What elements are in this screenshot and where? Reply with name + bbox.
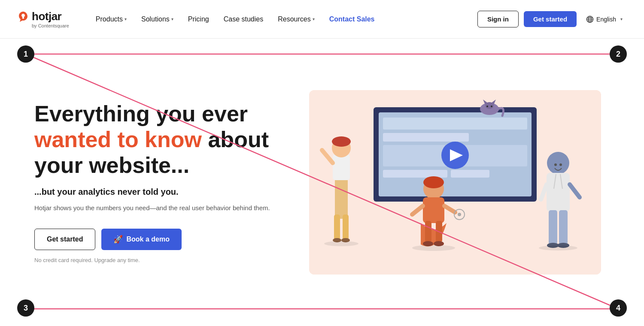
hero-left: Everything you ever wanted to know about… (34, 101, 275, 263)
svg-rect-25 (333, 154, 350, 180)
svg-rect-11 (383, 118, 527, 130)
logo-subtitle: by Contentsquare (32, 23, 69, 28)
nav-pricing[interactable]: Pricing (182, 12, 215, 27)
marker-2: 2 (610, 45, 627, 63)
hero-illustration (309, 90, 601, 275)
svg-rect-39 (436, 221, 442, 242)
nav-links: Products ▾ Solutions ▾ Pricing Case stud… (90, 12, 472, 27)
language-selector[interactable]: English ▾ (582, 13, 627, 26)
navbar: hotjar by Contentsquare Products ▾ Solut… (0, 0, 644, 39)
get-started-hero-button[interactable]: Get started (34, 229, 95, 250)
marker-1: 1 (17, 45, 34, 63)
nav-case-studies[interactable]: Case studies (218, 12, 270, 27)
get-started-nav-button[interactable]: Get started (524, 11, 577, 27)
resources-chevron-icon: ▾ (313, 17, 315, 21)
hero-note: No credit card required. Upgrade any tim… (34, 257, 275, 263)
nav-products[interactable]: Products ▾ (90, 12, 133, 27)
svg-point-34 (423, 176, 444, 188)
hero-buttons: Get started 🚀 Book a demo (34, 229, 275, 250)
solutions-chevron-icon: ▾ (171, 17, 173, 21)
main-content: Everything you ever wanted to know about… (0, 39, 644, 326)
hero-subtitle: ...but your analytics never told you. (34, 187, 275, 197)
svg-rect-35 (423, 197, 444, 223)
svg-rect-15 (451, 170, 489, 178)
rocket-icon: 🚀 (113, 235, 123, 244)
svg-rect-30 (343, 214, 349, 240)
svg-point-58 (539, 245, 577, 251)
logo-text: hotjar (32, 10, 61, 23)
svg-point-56 (324, 241, 358, 246)
svg-rect-29 (334, 214, 340, 240)
nav-actions: Sign in Get started English ▾ (477, 11, 627, 27)
logo[interactable]: hotjar by Contentsquare (17, 10, 69, 28)
svg-point-54 (554, 163, 557, 166)
svg-rect-38 (425, 221, 431, 242)
svg-point-57 (412, 245, 455, 251)
svg-point-55 (559, 163, 562, 166)
svg-rect-50 (549, 210, 557, 244)
marker-4: 4 (610, 299, 627, 317)
svg-point-44 (547, 152, 569, 174)
svg-point-23 (491, 106, 492, 107)
products-chevron-icon: ▾ (125, 17, 127, 21)
language-chevron-icon: ▾ (620, 17, 623, 21)
svg-point-22 (486, 106, 488, 107)
svg-rect-51 (559, 210, 568, 244)
nav-contact-sales[interactable]: Contact Sales (323, 12, 381, 27)
hero-title: Everything you ever wanted to know about… (34, 101, 275, 178)
book-demo-button[interactable]: 🚀 Book a demo (101, 229, 181, 250)
signin-button[interactable]: Sign in (477, 11, 519, 27)
svg-rect-14 (383, 170, 447, 178)
nav-resources[interactable]: Resources ▾ (272, 12, 320, 27)
svg-rect-45 (547, 173, 570, 211)
svg-rect-24 (335, 176, 348, 219)
globe-icon (586, 15, 594, 23)
svg-rect-12 (383, 133, 469, 142)
svg-point-43 (458, 213, 461, 216)
marker-3: 3 (17, 299, 34, 317)
svg-point-27 (332, 136, 351, 147)
hero-right (301, 90, 610, 275)
hero-description: Hotjar shows you the numbers you need—an… (34, 203, 275, 213)
nav-solutions[interactable]: Solutions ▾ (135, 12, 179, 27)
illustration-svg (309, 90, 601, 275)
hotjar-logo-icon (17, 11, 29, 23)
